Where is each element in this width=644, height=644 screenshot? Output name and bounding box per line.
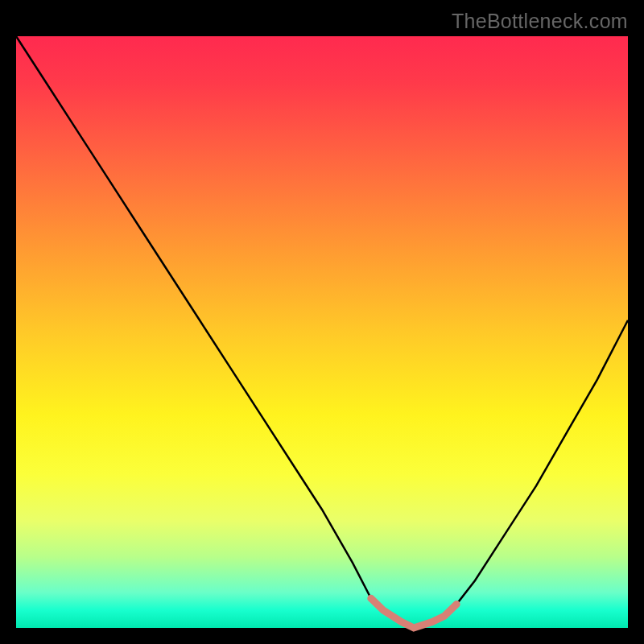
watermark-text: TheBottleneck.com xyxy=(452,10,628,33)
bottleneck-curve xyxy=(16,36,628,628)
highlight-segment xyxy=(371,598,456,628)
curve-svg xyxy=(16,36,628,628)
chart-plot-area xyxy=(16,36,628,628)
